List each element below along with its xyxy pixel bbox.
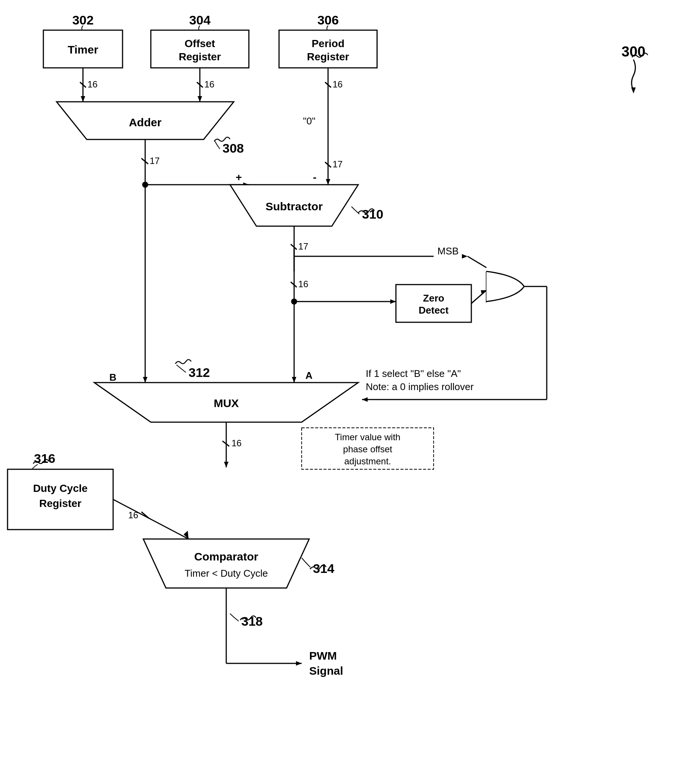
svg-marker-81 bbox=[224, 462, 229, 467]
svg-text:Register: Register bbox=[39, 497, 81, 509]
svg-text:Timer < Duty Cycle: Timer < Duty Cycle bbox=[185, 568, 268, 579]
svg-marker-33 bbox=[143, 377, 147, 383]
svg-text:Adder: Adder bbox=[129, 116, 162, 129]
svg-text:If 1 select "B" else "A": If 1 select "B" else "A" bbox=[366, 368, 461, 379]
svg-text:16: 16 bbox=[87, 79, 98, 89]
svg-text:300: 300 bbox=[621, 44, 645, 60]
svg-text:312: 312 bbox=[189, 365, 210, 380]
svg-text:Offset: Offset bbox=[185, 38, 215, 49]
svg-text:Duty Cycle: Duty Cycle bbox=[33, 483, 88, 494]
svg-text:316: 316 bbox=[34, 451, 55, 465]
svg-text:+: + bbox=[236, 172, 242, 183]
svg-text:308: 308 bbox=[223, 141, 244, 155]
svg-text:Period: Period bbox=[311, 38, 344, 49]
svg-line-52 bbox=[468, 256, 486, 267]
svg-marker-73 bbox=[292, 377, 296, 383]
svg-text:-: - bbox=[313, 172, 316, 183]
svg-text:Register: Register bbox=[307, 51, 349, 63]
svg-text:302: 302 bbox=[73, 13, 94, 27]
svg-marker-20 bbox=[198, 96, 202, 102]
svg-text:A: A bbox=[305, 370, 313, 381]
diagram-container: Timer Offset Register Period Register 30… bbox=[0, 0, 684, 784]
svg-text:306: 306 bbox=[318, 13, 339, 27]
svg-text:304: 304 bbox=[189, 13, 211, 27]
svg-text:phase offset: phase offset bbox=[343, 444, 392, 454]
svg-text:16: 16 bbox=[204, 79, 215, 89]
svg-text:Register: Register bbox=[179, 51, 221, 63]
svg-marker-58 bbox=[390, 299, 396, 304]
svg-text:"0": "0" bbox=[303, 115, 316, 127]
svg-marker-51 bbox=[462, 254, 468, 259]
svg-marker-102 bbox=[296, 661, 302, 666]
svg-marker-40 bbox=[326, 179, 330, 185]
svg-text:16: 16 bbox=[128, 510, 139, 520]
svg-text:17: 17 bbox=[332, 159, 343, 169]
svg-text:Note: a 0 implies rollover: Note: a 0 implies rollover bbox=[366, 381, 474, 392]
svg-text:Timer value with: Timer value with bbox=[335, 432, 400, 442]
svg-marker-94 bbox=[143, 539, 309, 588]
svg-text:16: 16 bbox=[232, 438, 242, 448]
svg-text:Detect: Detect bbox=[419, 304, 449, 316]
svg-text:Timer: Timer bbox=[68, 43, 98, 56]
svg-marker-12 bbox=[631, 87, 636, 93]
svg-line-90 bbox=[113, 499, 189, 539]
svg-text:MSB: MSB bbox=[437, 245, 458, 257]
svg-text:adjustment.: adjustment. bbox=[344, 456, 391, 466]
svg-text:B: B bbox=[109, 372, 116, 383]
svg-text:Comparator: Comparator bbox=[194, 550, 258, 563]
svg-text:Zero: Zero bbox=[423, 293, 444, 304]
svg-text:Subtractor: Subtractor bbox=[265, 200, 323, 213]
svg-text:16: 16 bbox=[332, 79, 343, 89]
svg-text:17: 17 bbox=[298, 241, 308, 251]
svg-text:PWM: PWM bbox=[309, 649, 337, 662]
svg-text:Signal: Signal bbox=[309, 665, 343, 677]
diagram-svg: Timer Offset Register Period Register 30… bbox=[0, 0, 684, 784]
svg-marker-68 bbox=[362, 397, 368, 402]
svg-text:MUX: MUX bbox=[214, 397, 239, 409]
svg-text:16: 16 bbox=[298, 279, 308, 289]
svg-text:17: 17 bbox=[150, 156, 160, 166]
svg-marker-16 bbox=[81, 96, 85, 102]
